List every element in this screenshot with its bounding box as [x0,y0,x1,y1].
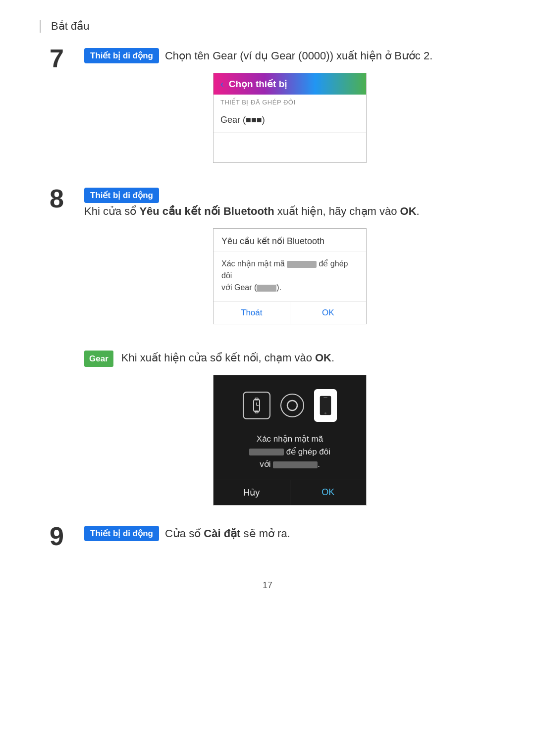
redacted-gear [257,285,276,292]
step-7-mockup: ‹ Chọn thiết bị THIẾT BỊ ĐÃ GHÉP ĐÔI Gea… [84,73,495,163]
svg-point-5 [287,401,297,410]
bluetooth-dialog: Yêu cầu kết nối Bluetooth Xác nhận mật m… [213,228,367,324]
gear-redacted-2 [273,461,318,468]
dialog-ok-button[interactable]: OK [290,302,367,324]
step-7-label-row: Thiết bị di động Chọn tên Gear (ví dụ Ge… [84,48,495,64]
phone-icon [314,389,337,422]
gear-dialog-buttons: Hủy OK [214,480,366,505]
dialog-body: Xác nhận mật mã để ghép đôi với Gear (). [214,252,366,302]
svg-point-7 [324,412,326,414]
gear-screen-mockup: Xác nhận mật mã để ghép đôi với . Hủy OK [84,375,495,505]
step-9-number: 9 [50,523,79,549]
step-8-number: 8 [50,186,79,211]
redacted-code [287,261,317,268]
dialog-title: Yêu cầu kết nối Bluetooth [214,229,366,252]
device-list-item[interactable]: Gear (■■■) [214,108,366,133]
step-9-description: Cửa sổ Cài đặt sẽ mở ra. [165,525,290,542]
step-8-row: 8 Thiết bị di động Khi cửa sổ Yêu cầu kế… [40,188,495,324]
choose-device-screen: ‹ Chọn thiết bị THIẾT BỊ ĐÃ GHÉP ĐÔI Gea… [213,73,367,163]
step-8-mockup: Yêu cầu kết nối Bluetooth Xác nhận mật m… [84,228,495,324]
section-header: Bắt đầu [40,20,495,33]
step-7-row: 7 Thiết bị di động Chọn tên Gear (ví dụ … [40,48,495,163]
gear-step-row: Gear Khi xuất hiện cửa sổ kết nối, chạm … [40,349,495,505]
screen-subtitle: THIẾT BỊ ĐÃ GHÉP ĐÔI [214,95,366,108]
back-arrow-icon: ‹ [220,78,224,90]
step-8-description: Khi cửa sổ Yêu cầu kết nối Bluetooth xuấ… [84,203,420,219]
step-8-label-row: Thiết bị di động Khi cửa sổ Yêu cầu kết … [84,188,495,219]
step-8-content: Thiết bị di động Khi cửa sổ Yêu cầu kết … [79,188,495,324]
step-7-description: Chọn tên Gear (ví dụ Gear (0000)) xuất h… [165,48,432,64]
dialog-cancel-button[interactable]: Thoát [214,302,290,324]
step-7-content: Thiết bị di động Chọn tên Gear (ví dụ Ge… [79,48,495,163]
svg-rect-8 [323,397,327,398]
breadcrumb-text: Bắt đầu [51,20,89,33]
step-9-content: Thiết bị di động Cửa sổ Cài đặt sẽ mở ra… [79,525,495,551]
watch-icon [243,392,270,419]
step-9-device-badge: Thiết bị di động [84,526,159,541]
gear-cancel-button[interactable]: Hủy [214,480,290,505]
step-9-row: 9 Thiết bị di động Cửa sổ Cài đặt sẽ mở … [40,525,495,551]
circle-icon [280,394,304,417]
step-7-number: 7 [50,46,79,71]
dialog-buttons: Thoát OK [214,302,366,324]
gear-ok-button[interactable]: OK [290,480,367,505]
gear-step-description: Gear Khi xuất hiện cửa sổ kết nối, chạm … [84,349,495,367]
page-number: 17 [40,580,495,591]
screen-empty-space [214,133,366,162]
step-9-label-row: Thiết bị di động Cửa sổ Cài đặt sẽ mở ra… [84,525,495,542]
gear-icons-row [214,375,366,430]
gear-redacted-1 [249,449,284,455]
screen-gradient-header: ‹ Chọn thiết bị [214,73,366,95]
gear-body-text: Xác nhận mật mã để ghép đôi với . [214,430,366,473]
step-7-device-badge: Thiết bị di động [84,48,159,63]
screen-title: Chọn thiết bị [229,78,287,90]
step-8-device-badge: Thiết bị di động [84,188,159,203]
gear-confirmation-screen: Xác nhận mật mã để ghép đôi với . Hủy OK [213,375,367,505]
gear-step-content: Gear Khi xuất hiện cửa sổ kết nối, chạm … [79,349,495,505]
gear-badge: Gear [84,351,113,367]
device-item-label: Gear (■■■) [220,115,265,125]
